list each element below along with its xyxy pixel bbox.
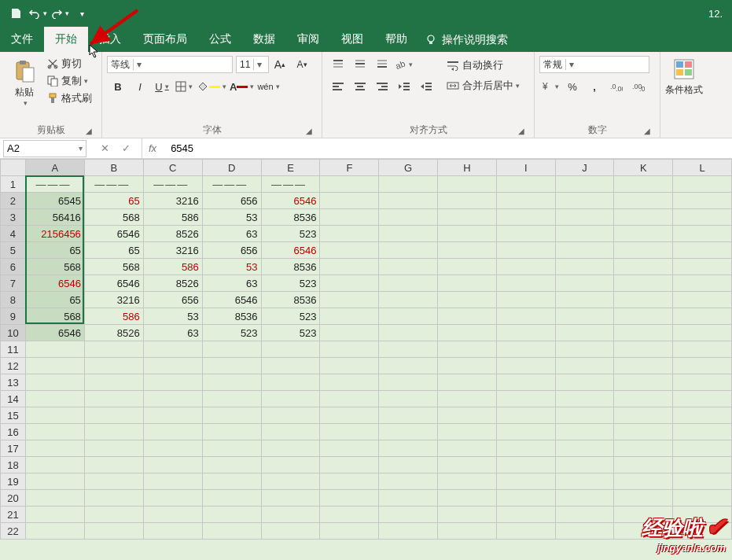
format-painter-button[interactable]: 格式刷	[47, 90, 92, 107]
cell[interactable]: ———	[202, 176, 261, 193]
percent-format-icon[interactable]: %	[563, 77, 582, 96]
cell[interactable]	[555, 507, 614, 523]
cell[interactable]	[673, 226, 732, 242]
cell[interactable]	[673, 407, 732, 424]
cell[interactable]	[25, 424, 84, 440]
cell[interactable]: 63	[202, 226, 261, 242]
cell[interactable]	[673, 209, 732, 226]
cell[interactable]	[202, 440, 261, 457]
cell[interactable]: 523	[261, 325, 320, 341]
cell[interactable]	[555, 341, 614, 358]
underline-button[interactable]: U▾	[153, 77, 171, 96]
font-name-combo[interactable]: 等线▾	[107, 56, 233, 73]
cell[interactable]	[25, 374, 84, 391]
cell[interactable]	[555, 209, 614, 226]
increase-indent-icon[interactable]	[417, 77, 436, 96]
cell[interactable]	[673, 457, 732, 473]
cell[interactable]	[261, 490, 320, 507]
cell[interactable]: 568	[25, 259, 84, 275]
conditional-formatting-button[interactable]: 条件格式	[665, 53, 703, 97]
cell[interactable]	[320, 226, 379, 242]
cell[interactable]	[438, 226, 497, 242]
cell[interactable]: 8536	[202, 308, 261, 325]
row-header[interactable]: 12	[1, 358, 26, 374]
cell[interactable]	[438, 209, 497, 226]
align-left-icon[interactable]	[329, 77, 348, 96]
cell[interactable]	[202, 473, 261, 490]
cell[interactable]: 586	[143, 209, 202, 226]
cell[interactable]	[438, 275, 497, 292]
cell[interactable]: 523	[261, 308, 320, 325]
cell[interactable]: 63	[143, 325, 202, 341]
cell[interactable]	[143, 341, 202, 358]
cell[interactable]	[25, 523, 84, 540]
cell[interactable]: 2156456	[25, 226, 84, 242]
cell[interactable]	[614, 242, 673, 259]
row-header[interactable]: 22	[1, 523, 26, 540]
cell[interactable]: 53	[143, 308, 202, 325]
cell[interactable]	[84, 490, 143, 507]
cell[interactable]: 656	[143, 292, 202, 308]
cell[interactable]	[555, 374, 614, 391]
cell[interactable]: 568	[25, 308, 84, 325]
tab-file[interactable]: 文件	[0, 27, 44, 52]
cell[interactable]	[261, 507, 320, 523]
cell[interactable]	[555, 308, 614, 325]
cell[interactable]	[555, 473, 614, 490]
cell[interactable]	[438, 407, 497, 424]
cell[interactable]	[614, 308, 673, 325]
cell[interactable]	[25, 341, 84, 358]
cell[interactable]	[320, 490, 379, 507]
cell[interactable]	[614, 292, 673, 308]
cell[interactable]	[438, 292, 497, 308]
cell[interactable]	[555, 424, 614, 440]
cell[interactable]	[25, 407, 84, 424]
cell[interactable]	[614, 407, 673, 424]
worksheet-grid[interactable]: ABCDEFGHIJKL1———————————————265456532166…	[0, 159, 732, 540]
cell[interactable]: ———	[25, 176, 84, 193]
dialog-launcher-icon[interactable]: ◢	[86, 127, 95, 136]
cell[interactable]	[496, 374, 555, 391]
cell[interactable]	[555, 176, 614, 193]
cell[interactable]	[84, 358, 143, 374]
cell[interactable]	[261, 391, 320, 407]
cell[interactable]	[320, 193, 379, 209]
cell[interactable]	[320, 407, 379, 424]
column-header[interactable]: I	[496, 160, 555, 176]
cell[interactable]	[438, 308, 497, 325]
cell[interactable]	[84, 341, 143, 358]
phonetic-button[interactable]: wén▾	[257, 77, 279, 96]
cell[interactable]: 65	[25, 292, 84, 308]
row-header[interactable]: 9	[1, 308, 26, 325]
cell[interactable]	[614, 176, 673, 193]
tab-review[interactable]: 审阅	[286, 27, 330, 52]
dialog-launcher-icon[interactable]: ◢	[306, 127, 315, 136]
cell[interactable]: ———	[84, 176, 143, 193]
row-header[interactable]: 11	[1, 341, 26, 358]
cell[interactable]	[202, 507, 261, 523]
cell[interactable]	[379, 358, 438, 374]
decrease-decimal-icon[interactable]: .00.0	[629, 77, 648, 96]
cell[interactable]	[555, 358, 614, 374]
cell[interactable]: 568	[84, 259, 143, 275]
cell[interactable]	[379, 374, 438, 391]
cell[interactable]	[84, 440, 143, 457]
cell[interactable]: 65	[84, 193, 143, 209]
cell[interactable]: 6546	[25, 275, 84, 292]
cell[interactable]: 8536	[261, 209, 320, 226]
qat-customize-icon[interactable]: ▾	[72, 4, 91, 23]
decrease-indent-icon[interactable]	[395, 77, 414, 96]
cell[interactable]	[320, 358, 379, 374]
cell[interactable]	[320, 325, 379, 341]
cell[interactable]	[261, 457, 320, 473]
cell[interactable]	[438, 424, 497, 440]
cell[interactable]	[320, 424, 379, 440]
save-icon[interactable]	[6, 4, 25, 23]
cell[interactable]	[614, 259, 673, 275]
cell[interactable]	[496, 325, 555, 341]
cell[interactable]: 8536	[261, 292, 320, 308]
cell[interactable]	[261, 341, 320, 358]
cell[interactable]	[673, 473, 732, 490]
cell[interactable]	[261, 440, 320, 457]
cell[interactable]	[143, 507, 202, 523]
